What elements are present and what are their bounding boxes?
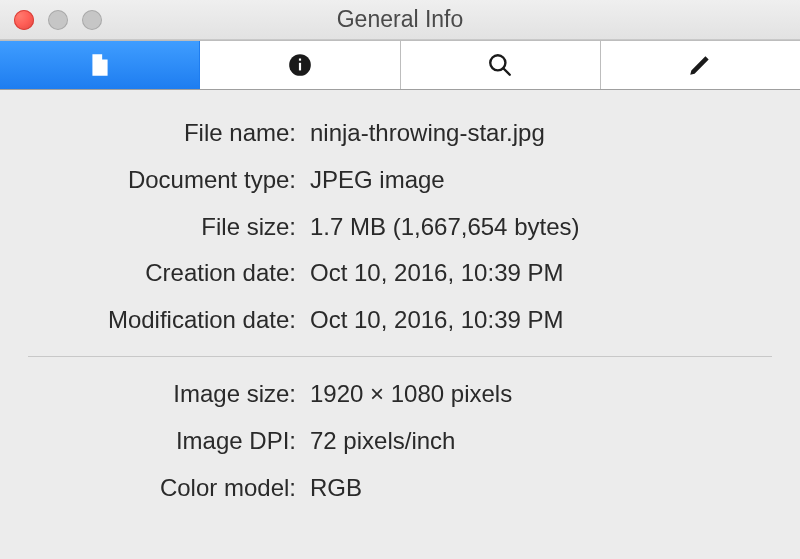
row-document-type: Document type: JPEG image (0, 157, 800, 204)
window-controls (14, 10, 102, 30)
label-creation-date: Creation date: (14, 259, 310, 288)
zoom-window-button[interactable] (82, 10, 102, 30)
label-document-type: Document type: (14, 166, 310, 195)
general-info-window: General Info File name: ninja- (0, 0, 800, 559)
info-icon (287, 52, 313, 78)
row-creation-date: Creation date: Oct 10, 2016, 10:39 PM (0, 250, 800, 297)
row-image-dpi: Image DPI: 72 pixels/inch (0, 418, 800, 465)
value-file-name: ninja-throwing-star.jpg (310, 119, 545, 148)
label-file-size: File size: (14, 213, 310, 242)
info-content: File name: ninja-throwing-star.jpg Docum… (0, 90, 800, 511)
svg-line-4 (503, 68, 510, 75)
section-divider (28, 356, 772, 357)
titlebar: General Info (0, 0, 800, 40)
svg-rect-2 (299, 59, 301, 61)
tab-document[interactable] (0, 41, 200, 89)
value-modification-date: Oct 10, 2016, 10:39 PM (310, 306, 564, 335)
row-image-size: Image size: 1920 × 1080 pixels (0, 371, 800, 418)
search-icon (487, 52, 513, 78)
value-file-size: 1.7 MB (1,667,654 bytes) (310, 213, 579, 242)
tab-search[interactable] (401, 41, 601, 89)
minimize-window-button[interactable] (48, 10, 68, 30)
label-modification-date: Modification date: (14, 306, 310, 335)
value-image-size: 1920 × 1080 pixels (310, 380, 512, 409)
tab-bar (0, 40, 800, 90)
value-document-type: JPEG image (310, 166, 445, 195)
label-color-model: Color model: (14, 474, 310, 503)
value-creation-date: Oct 10, 2016, 10:39 PM (310, 259, 564, 288)
row-modification-date: Modification date: Oct 10, 2016, 10:39 P… (0, 297, 800, 344)
label-image-dpi: Image DPI: (14, 427, 310, 456)
svg-rect-1 (299, 63, 301, 71)
row-color-model: Color model: RGB (0, 465, 800, 512)
value-color-model: RGB (310, 474, 362, 503)
row-file-size: File size: 1.7 MB (1,667,654 bytes) (0, 204, 800, 251)
close-window-button[interactable] (14, 10, 34, 30)
window-title: General Info (0, 6, 800, 33)
tab-info[interactable] (200, 41, 400, 89)
pencil-icon (687, 52, 713, 78)
value-image-dpi: 72 pixels/inch (310, 427, 455, 456)
row-file-name: File name: ninja-throwing-star.jpg (0, 110, 800, 157)
tab-edit[interactable] (601, 41, 800, 89)
label-image-size: Image size: (14, 380, 310, 409)
document-icon (87, 52, 113, 78)
label-file-name: File name: (14, 119, 310, 148)
